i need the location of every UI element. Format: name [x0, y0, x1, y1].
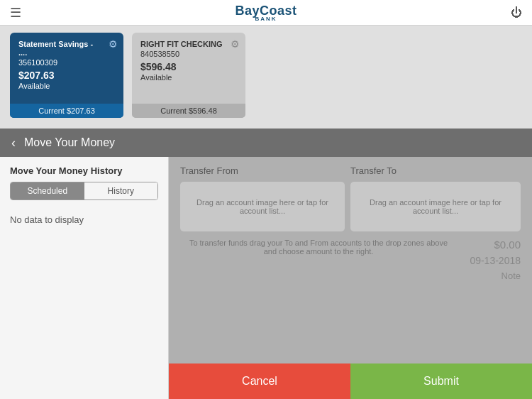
main-content: Move Your Money History Scheduled Histor…: [0, 157, 532, 399]
panel-title: Move Your Money History: [0, 157, 168, 182]
account-number-checking: 840538550: [140, 50, 237, 58]
bottom-buttons: Cancel Submit: [169, 364, 532, 399]
account-card-savings[interactable]: ⚙ Statement Savings - .... 356100309 $20…: [10, 33, 123, 118]
account-balance-checking: $596.48: [140, 61, 237, 72]
account-available-checking: Available: [140, 73, 237, 82]
gear-icon-checking[interactable]: ⚙: [231, 38, 240, 50]
cancel-button[interactable]: Cancel: [169, 364, 350, 399]
transfer-amount: $0.00: [457, 239, 521, 251]
transfer-from-label: Transfer From: [180, 165, 350, 176]
amount-date-area: $0.00 09-13-2018 Note: [457, 239, 521, 281]
account-card-checking[interactable]: ⚙ RIGHT FIT CHECKING 840538550 $596.48 A…: [132, 33, 245, 118]
tab-history[interactable]: History: [84, 182, 158, 200]
no-data-message: No data to display: [0, 207, 168, 232]
transfer-columns: Transfer From Drag an account image here…: [169, 157, 532, 231]
note-label: Note: [457, 270, 521, 281]
transfer-from-col: Transfer From Drag an account image here…: [180, 165, 350, 231]
account-current-savings: Current $207.63: [10, 104, 123, 118]
left-panel: Move Your Money History Scheduled Histor…: [0, 157, 169, 399]
submit-button[interactable]: Submit: [350, 364, 532, 399]
accounts-strip: ⚙ Statement Savings - .... 356100309 $20…: [0, 26, 532, 129]
move-money-title: Move Your Money: [24, 136, 115, 149]
instructions-text: To transfer funds drag your To and From …: [180, 239, 457, 256]
back-arrow-button[interactable]: ‹: [11, 136, 16, 151]
account-balance-savings: $207.63: [18, 70, 115, 81]
top-header: ☰ BayCoast BANK ⏻: [0, 0, 532, 26]
tab-scheduled[interactable]: Scheduled: [11, 182, 84, 200]
account-name-checking: RIGHT FIT CHECKING: [140, 40, 237, 48]
right-panel: Transfer From Drag an account image here…: [169, 157, 532, 399]
transfer-to-col: Transfer To Drag an account image here o…: [350, 165, 521, 231]
account-name-savings: Statement Savings - ....: [18, 40, 115, 57]
move-money-header: ‹ Move Your Money: [0, 129, 532, 157]
gear-icon-savings[interactable]: ⚙: [109, 38, 118, 50]
menu-icon[interactable]: ☰: [10, 5, 21, 21]
power-icon[interactable]: ⏻: [511, 6, 522, 19]
drop-zone-from[interactable]: Drag an account image here or tap for ac…: [180, 182, 345, 231]
app-logo: BayCoast BANK: [235, 4, 297, 22]
account-number-savings: 356100309: [18, 58, 115, 67]
transfer-date: 09-13-2018: [457, 255, 521, 266]
tab-bar: Scheduled History: [10, 182, 158, 200]
account-current-checking: Current $596.48: [132, 104, 245, 118]
drop-zone-to[interactable]: Drag an account image here or tap for ac…: [350, 182, 521, 231]
transfer-to-label: Transfer To: [350, 165, 521, 176]
account-available-savings: Available: [18, 82, 115, 90]
